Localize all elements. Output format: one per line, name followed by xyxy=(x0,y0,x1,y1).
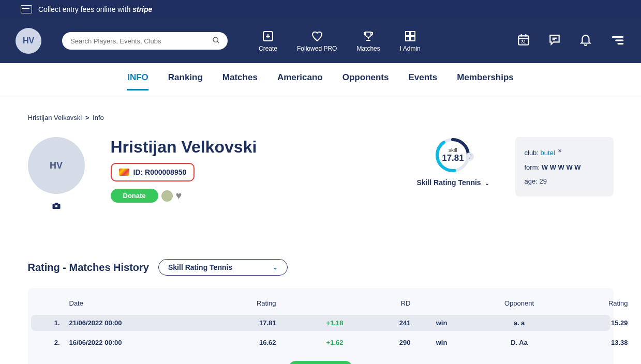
profile-row: HV Hristijan Velkovski ID: R000008950 Do… xyxy=(28,137,614,213)
skill-column: skill 17.81 i Skill Rating Tennis ⌄ xyxy=(416,137,489,187)
tennis-ball-icon[interactable] xyxy=(161,190,173,202)
history-section: Rating - Matches History Skill Rating Te… xyxy=(28,259,614,364)
row-num: 2. xyxy=(38,339,69,346)
col-opponent: Opponent xyxy=(473,299,566,307)
player-id-box: ID: R000008950 xyxy=(111,163,195,181)
search-icon[interactable] xyxy=(212,36,220,47)
skill-caption-text: Skill Rating Tennis xyxy=(416,178,481,187)
row-delta: +1.62 xyxy=(276,339,344,346)
breadcrumb-sep: > xyxy=(85,114,90,122)
skill-value: 17.81 xyxy=(442,153,464,163)
svg-rect-8 xyxy=(411,32,415,36)
search-input[interactable] xyxy=(62,32,228,50)
info-icon[interactable]: i xyxy=(466,153,474,161)
col-opp-rating: Rating xyxy=(566,299,628,307)
club-link[interactable]: butel xyxy=(541,149,555,157)
svg-rect-10 xyxy=(411,37,415,41)
breadcrumb: Hristijan Velkovski > Info xyxy=(28,114,614,122)
table-head: Date Rating RD Opponent Rating RD xyxy=(31,295,610,311)
card-icon xyxy=(21,5,32,13)
table-row[interactable]: 2. 16/06/2022 00:00 16.62 +1.62 290 win … xyxy=(31,335,610,351)
heart-icon xyxy=(310,29,324,43)
tab-memberships[interactable]: Memberships xyxy=(457,72,514,90)
show-more-button[interactable]: Show more xyxy=(289,361,352,364)
row-date: 16/06/2022 00:00 xyxy=(69,339,183,346)
bell-icon[interactable] xyxy=(579,33,592,49)
row-rating: 17.81 xyxy=(183,319,276,327)
col-opp-rd: RD xyxy=(628,299,642,307)
flag-icon xyxy=(119,169,129,176)
svg-point-21 xyxy=(55,205,57,208)
admin-label: I Admin xyxy=(400,45,421,52)
skill-label: skill xyxy=(449,147,457,153)
skill-ring: skill 17.81 i xyxy=(435,137,471,173)
chevron-down-icon: ⌄ xyxy=(273,264,278,271)
table-row[interactable]: 1. 21/06/2022 00:00 17.81 +1.18 241 win … xyxy=(31,315,610,331)
donate-button[interactable]: Donate xyxy=(111,189,158,203)
breadcrumb-name[interactable]: Hristijan Velkovski xyxy=(28,114,82,122)
chat-icon[interactable] xyxy=(548,33,561,49)
admin-button[interactable]: I Admin xyxy=(400,29,421,52)
info-card: club: butel ✕ form: W W W W W age: 29 xyxy=(515,137,614,196)
followed-label: Followed PRO xyxy=(297,45,337,52)
skill-rating-dropdown[interactable]: Skill Rating Tennis ⌄ xyxy=(416,178,489,187)
svg-line-1 xyxy=(217,41,219,43)
tab-opponents[interactable]: Opponents xyxy=(342,72,389,90)
matches-button[interactable]: Matches xyxy=(356,29,380,52)
club-label: club: xyxy=(525,149,539,157)
row-opp-rating: 15.29 xyxy=(566,319,628,327)
row-num: 1. xyxy=(38,319,69,327)
profile-main: Hristijan Velkovski ID: R000008950 Donat… xyxy=(111,137,257,203)
camera-icon[interactable] xyxy=(51,201,62,213)
svg-rect-9 xyxy=(406,37,410,41)
banner-text: Collect entry fees online with xyxy=(38,5,130,13)
tab-matches[interactable]: Matches xyxy=(222,72,258,90)
row-opp-rating: 13.38 xyxy=(566,339,628,346)
user-avatar[interactable]: HV xyxy=(16,28,41,54)
tab-info[interactable]: INFO xyxy=(127,72,148,90)
history-table: Date Rating RD Opponent Rating RD 1. 21/… xyxy=(28,288,614,364)
breadcrumb-page: Info xyxy=(93,114,104,122)
chevron-down-icon: ⌄ xyxy=(485,180,489,186)
create-button[interactable]: Create xyxy=(259,29,277,52)
row-result: win xyxy=(411,319,473,327)
menu-icon[interactable] xyxy=(610,33,625,49)
donate-row: Donate ♥ xyxy=(111,189,257,203)
create-label: Create xyxy=(259,45,277,52)
row-result: win xyxy=(411,339,473,346)
stripe-brand: stripe xyxy=(132,5,152,13)
row-opponent: D. Aa xyxy=(473,339,566,346)
svg-text:31: 31 xyxy=(521,39,526,44)
tab-events[interactable]: Events xyxy=(408,72,437,90)
tab-americano[interactable]: Americano xyxy=(277,72,323,90)
main-header: HV Create Followed PRO Matches I Admin 3… xyxy=(0,19,641,63)
profile-avatar[interactable]: HV xyxy=(28,137,85,194)
row-opp-rd: 290 xyxy=(628,339,642,346)
row-rd: 290 xyxy=(344,339,411,346)
matches-label: Matches xyxy=(356,45,380,52)
history-title: Rating - Matches History xyxy=(28,262,149,274)
player-id: ID: R000008950 xyxy=(133,168,187,176)
row-rd: 241 xyxy=(344,319,411,327)
remove-club-icon[interactable]: ✕ xyxy=(558,148,562,154)
col-rd: RD xyxy=(344,299,411,307)
form-label: form: xyxy=(525,163,540,171)
followed-button[interactable]: Followed PRO xyxy=(297,29,337,52)
grid-icon xyxy=(404,29,417,43)
form-value: W W W W W xyxy=(542,163,581,171)
col-rating: Rating xyxy=(183,299,276,307)
row-opponent: a. a xyxy=(473,319,566,327)
stripe-banner[interactable]: Collect entry fees online with stripe xyxy=(0,0,641,19)
tab-ranking[interactable]: Ranking xyxy=(168,72,203,90)
col-date: Date xyxy=(69,299,183,307)
search-wrap xyxy=(62,32,228,50)
dropdown-value: Skill Rating Tennis xyxy=(168,263,232,271)
calendar-icon[interactable]: 31 xyxy=(517,33,530,49)
trophy-icon xyxy=(362,29,375,43)
row-opp-rd: 204 xyxy=(628,319,642,327)
history-filter-dropdown[interactable]: Skill Rating Tennis ⌄ xyxy=(158,259,288,276)
right-icons: 31 xyxy=(517,33,625,49)
favorite-heart-icon[interactable]: ♥ xyxy=(176,190,182,202)
profile-name: Hristijan Velkovski xyxy=(111,137,257,157)
age-label: age: xyxy=(525,177,538,185)
